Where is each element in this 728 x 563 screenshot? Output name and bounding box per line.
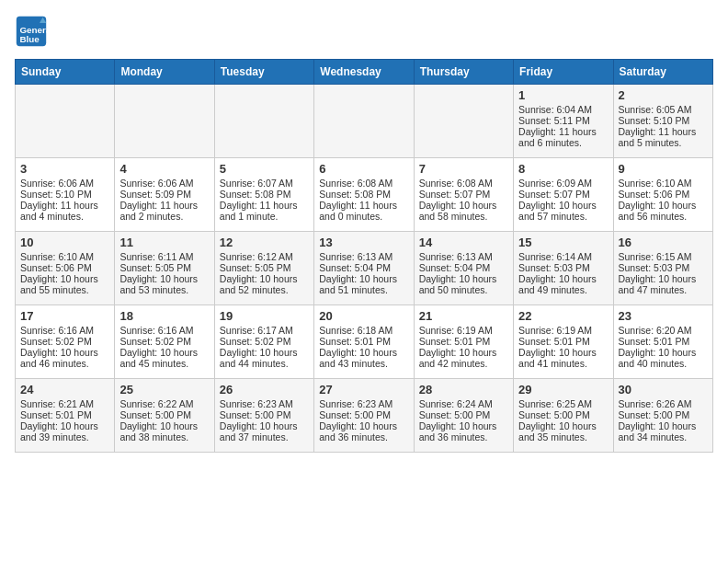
day-number: 10	[20, 236, 109, 249]
day-info: Sunset: 5:06 PM	[20, 262, 109, 273]
day-info: Sunrise: 6:06 AM	[119, 178, 209, 189]
day-number: 20	[319, 309, 408, 323]
calendar-cell: 20Sunrise: 6:18 AMSunset: 5:01 PMDayligh…	[314, 305, 414, 379]
day-info: Daylight: 10 hours and 53 minutes.	[119, 273, 209, 295]
day-header-tuesday: Tuesday	[214, 60, 313, 85]
day-number: 25	[119, 383, 209, 396]
day-info: Sunrise: 6:13 AM	[419, 251, 508, 262]
calendar-header: SundayMondayTuesdayWednesdayThursdayFrid…	[16, 60, 713, 85]
day-info: Daylight: 10 hours and 40 minutes.	[619, 347, 708, 369]
calendar-cell	[414, 85, 513, 158]
calendar-cell: 11Sunrise: 6:11 AMSunset: 5:05 PMDayligh…	[115, 232, 214, 305]
day-info: Daylight: 10 hours and 50 minutes.	[419, 273, 508, 295]
day-info: Sunset: 5:09 PM	[119, 189, 209, 200]
calendar-cell: 4Sunrise: 6:06 AMSunset: 5:09 PMDaylight…	[115, 158, 214, 232]
day-info: Sunrise: 6:15 AM	[619, 251, 708, 262]
day-info: Daylight: 11 hours and 6 minutes.	[518, 126, 608, 148]
day-info: Sunrise: 6:08 AM	[419, 178, 508, 189]
day-header-sunday: Sunday	[16, 60, 115, 85]
day-info: Sunset: 5:00 PM	[518, 409, 608, 420]
calendar-cell: 5Sunrise: 6:07 AMSunset: 5:08 PMDaylight…	[214, 158, 313, 232]
week-row-2: 3Sunrise: 6:06 AMSunset: 5:10 PMDaylight…	[16, 158, 713, 232]
day-header-friday: Friday	[514, 60, 613, 85]
calendar-cell	[214, 85, 313, 158]
week-row-5: 24Sunrise: 6:21 AMSunset: 5:01 PMDayligh…	[16, 379, 713, 453]
day-number: 28	[419, 383, 508, 396]
day-number: 19	[220, 309, 309, 323]
calendar-cell: 2Sunrise: 6:05 AMSunset: 5:10 PMDaylight…	[613, 85, 712, 158]
calendar-cell: 12Sunrise: 6:12 AMSunset: 5:05 PMDayligh…	[214, 232, 313, 305]
day-number: 14	[419, 236, 508, 249]
calendar-cell: 17Sunrise: 6:16 AMSunset: 5:02 PMDayligh…	[16, 305, 115, 379]
day-info: Sunset: 5:08 PM	[220, 189, 309, 200]
day-info: Sunset: 5:07 PM	[518, 189, 608, 200]
calendar-cell: 29Sunrise: 6:25 AMSunset: 5:00 PMDayligh…	[514, 379, 613, 453]
day-info: Sunset: 5:04 PM	[419, 262, 508, 273]
day-info: Sunset: 5:00 PM	[119, 409, 209, 420]
week-row-4: 17Sunrise: 6:16 AMSunset: 5:02 PMDayligh…	[16, 305, 713, 379]
calendar-cell: 6Sunrise: 6:08 AMSunset: 5:08 PMDaylight…	[314, 158, 414, 232]
day-info: Sunrise: 6:19 AM	[518, 325, 608, 336]
calendar-cell: 27Sunrise: 6:23 AMSunset: 5:00 PMDayligh…	[314, 379, 414, 453]
day-info: Daylight: 10 hours and 44 minutes.	[220, 347, 309, 369]
day-info: Sunset: 5:00 PM	[319, 409, 408, 420]
day-info: Sunset: 5:11 PM	[518, 115, 608, 126]
day-number: 29	[518, 383, 608, 396]
week-row-1: 1Sunrise: 6:04 AMSunset: 5:11 PMDaylight…	[16, 85, 713, 158]
day-info: Daylight: 10 hours and 34 minutes.	[619, 420, 708, 442]
day-info: Daylight: 10 hours and 46 minutes.	[20, 347, 109, 369]
day-info: Sunrise: 6:06 AM	[20, 178, 109, 189]
logo: General Blue	[15, 15, 51, 48]
day-info: Sunrise: 6:16 AM	[20, 325, 109, 336]
calendar-cell: 7Sunrise: 6:08 AMSunset: 5:07 PMDaylight…	[414, 158, 513, 232]
day-number: 23	[619, 309, 708, 323]
day-info: Daylight: 10 hours and 55 minutes.	[20, 273, 109, 295]
day-number: 15	[518, 236, 608, 249]
day-info: Daylight: 11 hours and 1 minute.	[220, 200, 309, 222]
day-info: Daylight: 10 hours and 42 minutes.	[419, 347, 508, 369]
day-info: Sunset: 5:03 PM	[619, 262, 708, 273]
day-info: Sunrise: 6:24 AM	[419, 398, 508, 409]
day-number: 7	[419, 162, 508, 176]
day-number: 3	[20, 162, 109, 176]
day-info: Sunrise: 6:05 AM	[619, 104, 708, 115]
day-info: Daylight: 10 hours and 36 minutes.	[419, 420, 508, 442]
day-info: Sunset: 5:00 PM	[419, 409, 508, 420]
day-number: 24	[20, 383, 109, 396]
day-info: Daylight: 10 hours and 52 minutes.	[220, 273, 309, 295]
day-number: 8	[518, 162, 608, 176]
day-info: Sunset: 5:01 PM	[20, 409, 109, 420]
day-info: Sunrise: 6:14 AM	[518, 251, 608, 262]
day-info: Sunrise: 6:23 AM	[220, 398, 309, 409]
calendar-cell: 16Sunrise: 6:15 AMSunset: 5:03 PMDayligh…	[613, 232, 712, 305]
day-info: Daylight: 10 hours and 43 minutes.	[319, 347, 408, 369]
calendar-cell: 21Sunrise: 6:19 AMSunset: 5:01 PMDayligh…	[414, 305, 513, 379]
day-header-wednesday: Wednesday	[314, 60, 414, 85]
day-info: Sunset: 5:01 PM	[518, 336, 608, 347]
day-info: Sunset: 5:02 PM	[119, 336, 209, 347]
day-header-monday: Monday	[115, 60, 214, 85]
day-info: Daylight: 10 hours and 56 minutes.	[619, 200, 708, 222]
day-info: Daylight: 11 hours and 5 minutes.	[619, 126, 708, 148]
day-info: Sunrise: 6:19 AM	[419, 325, 508, 336]
day-info: Sunset: 5:00 PM	[220, 409, 309, 420]
day-info: Sunset: 5:04 PM	[319, 262, 408, 273]
calendar-cell: 26Sunrise: 6:23 AMSunset: 5:00 PMDayligh…	[214, 379, 313, 453]
calendar-cell: 10Sunrise: 6:10 AMSunset: 5:06 PMDayligh…	[16, 232, 115, 305]
calendar-cell: 24Sunrise: 6:21 AMSunset: 5:01 PMDayligh…	[16, 379, 115, 453]
calendar-cell: 1Sunrise: 6:04 AMSunset: 5:11 PMDaylight…	[514, 85, 613, 158]
day-info: Sunrise: 6:18 AM	[319, 325, 408, 336]
day-number: 13	[319, 236, 408, 249]
day-info: Sunrise: 6:21 AM	[20, 398, 109, 409]
day-info: Sunrise: 6:04 AM	[518, 104, 608, 115]
calendar-cell: 23Sunrise: 6:20 AMSunset: 5:01 PMDayligh…	[613, 305, 712, 379]
day-info: Sunset: 5:10 PM	[20, 189, 109, 200]
day-info: Sunrise: 6:22 AM	[119, 398, 209, 409]
day-info: Sunset: 5:07 PM	[419, 189, 508, 200]
day-number: 18	[119, 309, 209, 323]
day-info: Daylight: 10 hours and 41 minutes.	[518, 347, 608, 369]
day-info: Sunset: 5:03 PM	[518, 262, 608, 273]
day-info: Daylight: 11 hours and 4 minutes.	[20, 200, 109, 222]
calendar-cell: 18Sunrise: 6:16 AMSunset: 5:02 PMDayligh…	[115, 305, 214, 379]
day-info: Daylight: 10 hours and 57 minutes.	[518, 200, 608, 222]
